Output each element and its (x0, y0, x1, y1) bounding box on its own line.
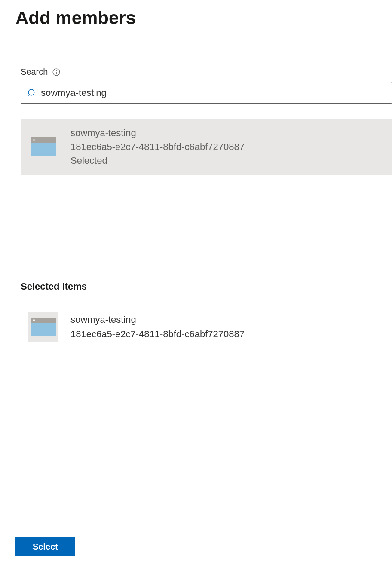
result-name: sowmya-testing (70, 128, 245, 139)
search-icon (27, 88, 37, 98)
search-input-wrapper[interactable] (21, 82, 392, 104)
svg-point-2 (56, 70, 57, 71)
selected-title: Selected items (21, 281, 392, 292)
result-row[interactable]: sowmya-testing 181ec6a5-e2c7-4811-8bfd-c… (21, 119, 392, 175)
footer: Select (0, 522, 392, 568)
page-title: Add members (0, 0, 392, 28)
search-section: Search (0, 28, 392, 104)
svg-rect-7 (31, 143, 56, 156)
results-section: sowmya-testing 181ec6a5-e2c7-4811-8bfd-c… (0, 119, 392, 175)
svg-line-4 (28, 95, 30, 96)
search-label: Search (21, 67, 48, 77)
svg-point-6 (33, 139, 35, 141)
result-status: Selected (70, 155, 245, 166)
selected-section: Selected items sowmya-testing 181ec6a5-e… (0, 175, 392, 351)
selected-item-id: 181ec6a5-e2c7-4811-8bfd-c6abf7270887 (70, 329, 245, 340)
svg-point-9 (33, 319, 35, 321)
result-id: 181ec6a5-e2c7-4811-8bfd-c6abf7270887 (70, 141, 245, 153)
svg-rect-10 (31, 323, 56, 336)
selected-row[interactable]: sowmya-testing 181ec6a5-e2c7-4811-8bfd-c… (21, 308, 392, 351)
info-icon[interactable] (52, 68, 61, 76)
selected-item-name: sowmya-testing (70, 314, 245, 325)
app-icon (28, 132, 58, 162)
select-button[interactable]: Select (15, 537, 75, 556)
search-input[interactable] (41, 87, 386, 98)
app-icon (28, 312, 58, 342)
